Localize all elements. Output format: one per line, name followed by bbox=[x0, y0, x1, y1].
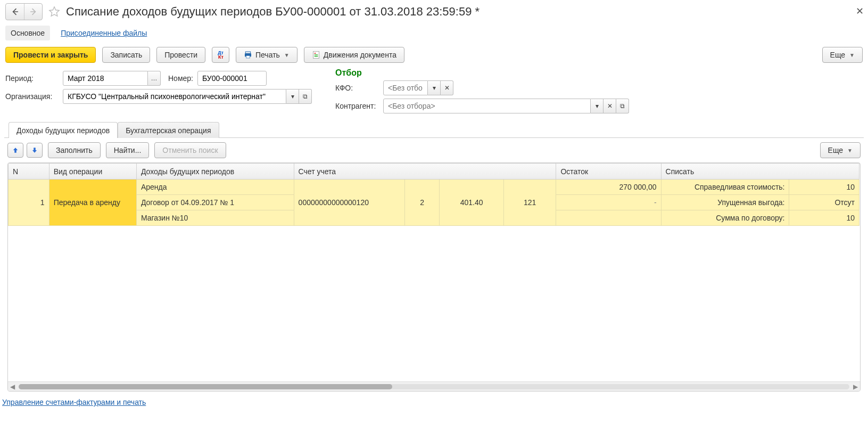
printer-icon bbox=[244, 51, 252, 59]
nav-history-group bbox=[5, 3, 43, 20]
svg-rect-8 bbox=[314, 56, 318, 56]
kfo-clear-button[interactable]: ✕ bbox=[441, 80, 453, 95]
movements-button[interactable]: Движения документа bbox=[304, 47, 404, 63]
grid: N Вид операции Доходы будущих периодов С… bbox=[7, 162, 861, 392]
col-account[interactable]: Счет учета bbox=[294, 164, 556, 180]
org-dropdown-button[interactable]: ▾ bbox=[286, 89, 299, 104]
close-icon[interactable]: ✕ bbox=[856, 5, 864, 17]
contractor-label: Контрагент: bbox=[335, 102, 379, 110]
grid-more-button[interactable]: Еще ▼ bbox=[820, 142, 861, 158]
post-button[interactable]: Провести bbox=[156, 47, 205, 63]
contractor-clear-button[interactable]: ✕ bbox=[604, 99, 616, 113]
post-and-close-button[interactable]: Провести и закрыть bbox=[5, 47, 96, 63]
more-label: Еще bbox=[828, 146, 844, 154]
move-up-button[interactable] bbox=[7, 143, 23, 158]
contractor-open-button[interactable]: ⧉ bbox=[616, 99, 629, 113]
kfo-input[interactable] bbox=[383, 80, 428, 95]
svg-rect-2 bbox=[245, 52, 250, 53]
col-income[interactable]: Доходы будущих периодов bbox=[136, 164, 294, 180]
org-label: Организация: bbox=[5, 92, 59, 101]
number-label: Номер: bbox=[168, 74, 193, 83]
invoice-management-link[interactable]: Управление счетами-фактурами и печать bbox=[0, 395, 868, 406]
cell-acc1: 00000000000000120 bbox=[294, 180, 404, 226]
tab-income[interactable]: Доходы будущих периодов bbox=[9, 122, 118, 138]
scroll-right-icon[interactable]: ▶ bbox=[853, 383, 858, 390]
period-label: Период: bbox=[5, 74, 59, 83]
cell-wo-v3: 10 bbox=[789, 210, 859, 226]
contractor-input[interactable] bbox=[383, 99, 591, 113]
arrow-down-icon bbox=[31, 146, 38, 154]
cell-acc4: 121 bbox=[503, 180, 556, 226]
cancel-find-button[interactable]: Отменить поиск bbox=[154, 142, 226, 158]
col-optype[interactable]: Вид операции bbox=[49, 164, 136, 180]
scroll-left-icon[interactable]: ◀ bbox=[10, 383, 15, 390]
number-input[interactable] bbox=[197, 71, 267, 86]
period-input[interactable] bbox=[63, 71, 148, 86]
more-label: Еще bbox=[830, 51, 846, 59]
contractor-dropdown-button[interactable]: ▾ bbox=[591, 99, 604, 113]
col-balance[interactable]: Остаток bbox=[556, 164, 661, 180]
cell-wo-v1: 10 bbox=[789, 180, 859, 195]
cell-wo-lbl2: Упущенная выгода: bbox=[661, 195, 789, 210]
org-open-button[interactable]: ⧉ bbox=[299, 89, 312, 104]
cell-balance2: - bbox=[556, 195, 661, 210]
tab-accounting-op[interactable]: Бухгалтерская операция bbox=[118, 122, 219, 138]
navtab-main[interactable]: Основное bbox=[5, 26, 50, 40]
report-icon bbox=[312, 51, 320, 59]
move-down-button[interactable] bbox=[27, 143, 43, 158]
kfo-label: КФО: bbox=[335, 84, 379, 92]
org-input[interactable] bbox=[63, 89, 286, 104]
cell-wo-lbl3: Сумма по договору: bbox=[661, 210, 789, 226]
col-writeoff[interactable]: Списать bbox=[661, 164, 859, 180]
col-n[interactable]: N bbox=[9, 164, 49, 180]
svg-rect-4 bbox=[246, 55, 250, 58]
find-button[interactable]: Найти... bbox=[106, 142, 150, 158]
cell-optype: Передача в аренду bbox=[49, 180, 136, 226]
save-button[interactable]: Записать bbox=[102, 47, 150, 63]
chevron-down-icon: ▼ bbox=[849, 52, 855, 58]
page-title: Списание доходов будущих периодов БУ00-0… bbox=[66, 5, 480, 19]
cell-income-1: Аренда bbox=[136, 180, 294, 195]
chevron-down-icon: ▼ bbox=[847, 148, 853, 153]
arrow-up-icon bbox=[12, 146, 19, 154]
cell-income-2: Договор от 04.09.2017 № 1 bbox=[136, 195, 294, 210]
cell-wo-v2: Отсут bbox=[789, 195, 859, 210]
cell-balance1: 270 000,00 bbox=[556, 180, 661, 195]
dtkt-button[interactable]: ДтКт bbox=[212, 47, 229, 63]
print-button[interactable]: Печать ▼ bbox=[236, 47, 297, 63]
movements-label: Движения документа bbox=[324, 51, 396, 59]
cell-acc2: 2 bbox=[404, 180, 440, 226]
navtab-files[interactable]: Присоединенные файлы bbox=[55, 26, 152, 40]
fill-button[interactable]: Заполнить bbox=[48, 142, 101, 158]
favorite-star-icon[interactable] bbox=[47, 4, 62, 19]
cell-acc3: 401.40 bbox=[440, 180, 503, 226]
open-icon: ⧉ bbox=[620, 102, 625, 110]
cell-income-3: Магазин №10 bbox=[136, 210, 294, 226]
period-select-button[interactable]: … bbox=[148, 71, 161, 86]
print-label: Печать bbox=[255, 51, 280, 59]
chevron-down-icon: ▼ bbox=[284, 52, 290, 58]
table-row[interactable]: 1 Передача в аренду Аренда 0000000000000… bbox=[9, 180, 859, 195]
cell-n: 1 bbox=[9, 180, 49, 226]
svg-rect-7 bbox=[314, 54, 318, 55]
horizontal-scrollbar[interactable]: ◀ ▶ bbox=[8, 381, 860, 391]
more-button[interactable]: Еще ▼ bbox=[822, 47, 863, 63]
svg-rect-6 bbox=[314, 53, 316, 54]
kfo-dropdown-button[interactable]: ▾ bbox=[428, 80, 441, 95]
cell-balance3 bbox=[556, 210, 661, 226]
dtkt-icon: ДтКт bbox=[218, 51, 224, 59]
forward-button[interactable] bbox=[24, 4, 42, 20]
cell-wo-lbl1: Справедливая стоимость: bbox=[661, 180, 789, 195]
open-icon: ⧉ bbox=[303, 93, 308, 100]
filter-header: Отбор bbox=[335, 68, 633, 78]
back-button[interactable] bbox=[6, 4, 24, 20]
